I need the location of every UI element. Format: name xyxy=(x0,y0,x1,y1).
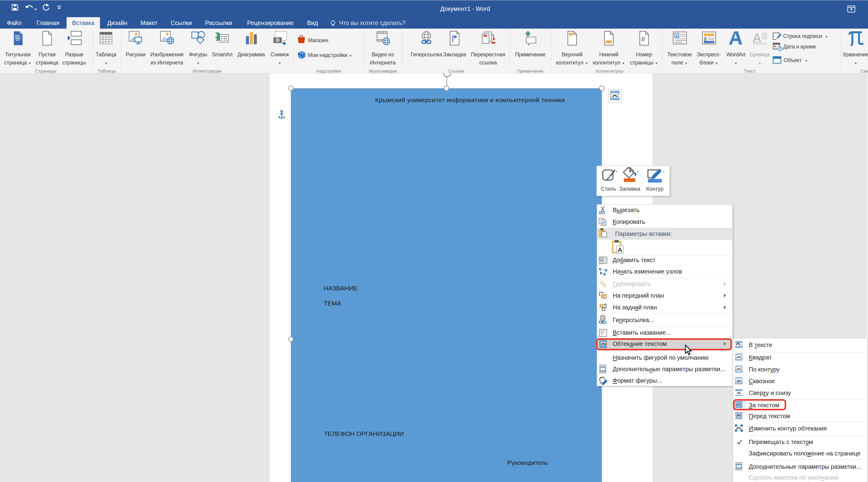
svg-text:A: A xyxy=(753,31,761,45)
svg-text:#: # xyxy=(641,35,645,43)
svg-text:A: A xyxy=(618,246,622,254)
svg-text:А: А xyxy=(676,33,679,38)
svg-text:А: А xyxy=(601,258,603,261)
